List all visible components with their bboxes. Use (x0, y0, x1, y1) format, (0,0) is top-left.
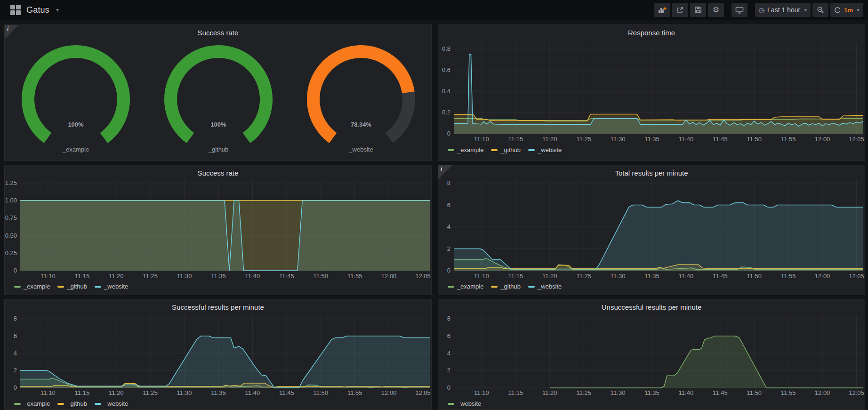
legend-item-_example[interactable]: _example (448, 283, 483, 290)
legend-item-_github[interactable]: _github (57, 283, 87, 290)
legend-series-name: _github (67, 283, 87, 290)
legend-series-color (528, 149, 535, 151)
legend-item-_example[interactable]: _example (448, 146, 483, 153)
refresh-interval-label: 1m (844, 7, 853, 14)
share-button[interactable] (672, 3, 688, 17)
clock-icon: ◷ (759, 7, 764, 13)
svg-text:11:25: 11:25 (576, 136, 591, 143)
series-_website (550, 336, 863, 388)
svg-text:11:25: 11:25 (576, 389, 591, 396)
svg-text:4: 4 (447, 223, 450, 230)
panel-info-corner[interactable]: i (438, 165, 452, 179)
chart-canvas: 11:1011:1511:2011:2511:3011:3511:4011:45… (438, 165, 865, 295)
x-axis-labels: 11:1011:1511:2011:2511:3011:3511:4011:45… (40, 273, 431, 280)
svg-text:11:35: 11:35 (644, 136, 659, 143)
svg-text:6: 6 (447, 332, 450, 339)
svg-text:2: 2 (447, 245, 450, 252)
legend-item-_example[interactable]: _example (14, 283, 50, 290)
svg-text:4: 4 (14, 350, 17, 357)
legend-item-_website[interactable]: _website (95, 400, 128, 407)
svg-text:11:30: 11:30 (177, 273, 192, 280)
legend-series-name: _github (500, 146, 521, 153)
svg-text:4: 4 (447, 350, 450, 357)
svg-text:11:25: 11:25 (576, 273, 591, 280)
svg-text:11:55: 11:55 (347, 273, 362, 280)
legend: _website (448, 400, 481, 407)
legend-series-name: _website (104, 283, 128, 290)
grafana-dashboard: Gatus ▾ (0, 0, 868, 410)
panel-success-rate-gauges: i Success rate 100%_example100%_github78… (4, 24, 432, 161)
panel-info-corner[interactable]: i (5, 25, 19, 39)
svg-text:11:35: 11:35 (211, 273, 226, 280)
x-axis-labels: 11:1011:1511:2011:2511:3011:3511:4011:45… (474, 389, 864, 396)
svg-text:0.50: 0.50 (5, 232, 17, 239)
chart-canvas: 11:1011:1511:2011:2511:3011:3511:4011:45… (438, 299, 865, 410)
x-axis-labels: 11:1011:1511:2011:2511:3011:3511:4011:45… (474, 273, 864, 280)
refresh-button[interactable]: 1m ▾ (830, 3, 863, 17)
svg-text:11:50: 11:50 (747, 273, 762, 280)
chart-canvas: 11:1011:1511:2011:2511:3011:3511:4011:45… (5, 299, 431, 410)
panel-response-time: Response time 11:1011:1511:2011:2511:301… (438, 24, 865, 161)
svg-text:11:50: 11:50 (313, 273, 329, 280)
svg-text:12:05: 12:05 (849, 389, 864, 396)
share-icon (676, 6, 684, 14)
info-icon: i (7, 25, 8, 32)
dashboard-title[interactable]: Gatus (26, 5, 49, 15)
svg-text:11:50: 11:50 (747, 136, 762, 143)
grid-lines (454, 314, 863, 388)
legend-item-_website[interactable]: _website (528, 283, 562, 290)
svg-text:0.25: 0.25 (5, 249, 17, 257)
legend-item-_github[interactable]: _github (57, 400, 87, 407)
legend-item-_github[interactable]: _github (491, 283, 521, 290)
svg-text:11:30: 11:30 (611, 273, 626, 280)
settings-button[interactable]: ⚙ (708, 3, 724, 17)
tv-mode-button[interactable] (731, 3, 747, 17)
legend-series-name: _github (500, 283, 521, 290)
zoom-out-icon (817, 6, 824, 14)
svg-text:11:20: 11:20 (542, 136, 557, 143)
svg-text:0: 0 (14, 384, 17, 391)
svg-text:11:55: 11:55 (347, 389, 362, 396)
svg-text:11:30: 11:30 (177, 389, 192, 396)
svg-text:0: 0 (447, 267, 450, 274)
svg-text:11:15: 11:15 (75, 273, 90, 280)
svg-text:11:45: 11:45 (279, 389, 294, 396)
gauge-value: 78.34% (351, 121, 372, 128)
svg-text:11:15: 11:15 (508, 273, 523, 280)
svg-text:11:10: 11:10 (474, 273, 489, 280)
legend-item-_website[interactable]: _website (95, 283, 128, 290)
svg-text:2: 2 (447, 367, 450, 374)
series-_website (20, 201, 430, 271)
legend-series-color (491, 149, 498, 151)
y-axis-labels: 02468 (447, 315, 450, 391)
legend-item-_website[interactable]: _website (528, 146, 562, 153)
svg-text:0: 0 (14, 267, 17, 274)
add-panel-button[interactable] (654, 3, 670, 17)
y-axis-labels: 00.20.40.60.8 (442, 45, 450, 137)
svg-text:1.00: 1.00 (5, 197, 17, 204)
legend-item-_website[interactable]: _website (448, 400, 481, 407)
gauge-target-label: _website (348, 146, 373, 153)
time-range-picker[interactable]: ◷ Last 1 hour ▾ (755, 3, 811, 17)
svg-text:12:00: 12:00 (815, 273, 830, 280)
svg-text:0.8: 0.8 (442, 45, 450, 52)
gauge-canvas: 100%_example100%_github78.34%_website (5, 25, 431, 161)
svg-text:11:45: 11:45 (279, 273, 294, 280)
svg-text:8: 8 (14, 315, 17, 322)
svg-text:11:30: 11:30 (611, 136, 626, 143)
legend-item-_example[interactable]: _example (14, 400, 50, 407)
legend-series-name: _website (104, 400, 128, 407)
legend-series-name: _website (538, 283, 562, 290)
save-button[interactable] (690, 3, 706, 17)
y-axis-labels: 00.250.500.751.001.25 (5, 179, 17, 274)
svg-text:11:25: 11:25 (143, 273, 158, 280)
legend-series-name: _website (457, 400, 481, 407)
dashboard-grid-icon (10, 5, 21, 15)
gear-icon: ⚙ (713, 6, 719, 14)
dashboard-picker[interactable]: Gatus ▾ (5, 5, 59, 15)
svg-text:12:00: 12:00 (381, 389, 397, 396)
save-icon (694, 6, 702, 14)
svg-text:12:05: 12:05 (415, 273, 431, 280)
zoom-out-button[interactable] (812, 3, 828, 17)
legend-item-_github[interactable]: _github (491, 146, 521, 153)
